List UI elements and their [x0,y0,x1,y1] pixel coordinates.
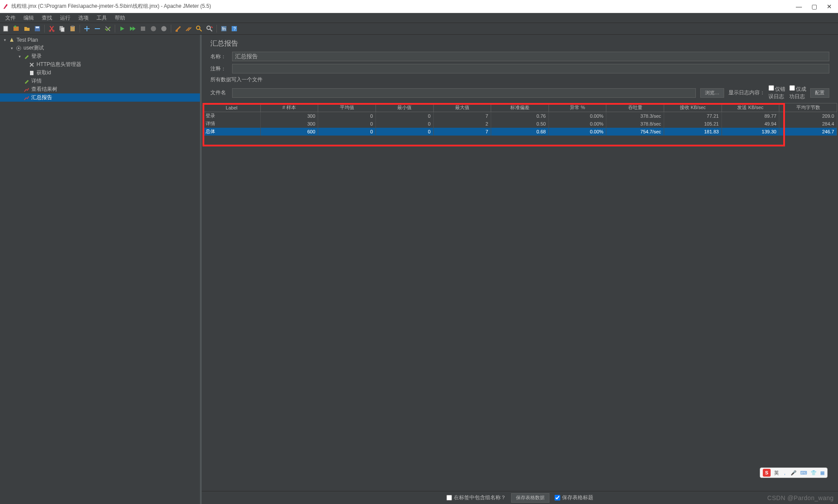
filename-field[interactable] [232,88,696,98]
chart-icon [23,95,30,101]
ok-only-checkbox[interactable]: 仅成功日志 [789,85,807,100]
tree-root[interactable]: ▾ Test Plan [0,36,200,44]
tree-item-usertest[interactable]: ▾ user测试 [0,44,200,52]
toggle-icon[interactable] [103,24,112,33]
clear-icon[interactable] [174,24,183,33]
menu-file[interactable]: 文件 [2,13,19,23]
main-panel: 汇总报告 名称： 注释： 所有数据写入一个文件 文件名 浏览… 显示日志内容： [202,35,838,504]
col-sent[interactable]: 发送 KB/sec [722,103,779,112]
close-button[interactable]: ✕ [827,3,832,10]
ime-widget[interactable]: S 英 ， 🎤 ⌨ 👕 ▦ [760,468,828,478]
svg-rect-2 [14,26,16,27]
pencil-icon [23,53,30,60]
col-avgbytes[interactable]: 平均字节数 [779,103,837,112]
col-error[interactable]: 异常 % [549,103,606,112]
mic-icon[interactable]: 🎤 [791,470,797,476]
tree-panel: ▾ Test Plan ▾ user测试 ▾ 登录 HTTP信息头管理器 [0,35,202,504]
save-header-checkbox[interactable]: 保存表格标题 [555,494,593,501]
svg-point-16 [207,26,210,30]
search-icon[interactable] [195,24,203,33]
menu-run[interactable]: 运行 [57,13,74,23]
tree-root-label: Test Plan [17,37,38,43]
menu-options[interactable]: 选项 [75,13,92,23]
reset-search-icon[interactable] [205,24,214,33]
titlebar: 线程组.jmx (C:\Program Files\apache-jmeter-… [0,0,838,13]
name-field[interactable] [232,52,829,61]
err-only-checkbox[interactable]: 仅错误日志 [768,85,786,100]
svg-text:fn: fn [222,27,226,31]
skin-icon[interactable]: 👕 [811,470,817,476]
config-button[interactable]: 配置 [810,88,829,98]
tree-item-getid[interactable]: 获取id [0,69,200,77]
tree-item-resulttree[interactable]: 查看结果树 [0,85,200,93]
clear-all-icon[interactable] [184,24,193,33]
collapse-icon[interactable] [93,24,102,33]
menu-help[interactable]: 帮助 [111,13,129,23]
col-max[interactable]: 最大值 [433,103,491,112]
templates-icon[interactable] [12,24,21,33]
tree-item-summary[interactable]: 汇总报告 [0,93,200,102]
col-samples[interactable]: # 样本 [260,103,318,112]
start-icon[interactable] [118,24,126,33]
new-icon[interactable] [2,24,10,33]
window-title: 线程组.jmx (C:\Program Files\apache-jmeter-… [11,3,796,10]
browse-button[interactable]: 浏览… [700,88,724,98]
chart-icon [23,86,30,93]
menu-edit[interactable]: 编辑 [20,13,37,23]
col-min[interactable]: 最小值 [376,103,433,112]
ime-lang[interactable]: 英 [774,470,779,476]
tree-item-login[interactable]: ▾ 登录 [0,52,200,60]
remote-stop-icon[interactable] [160,24,168,33]
maximize-button[interactable]: ▢ [811,3,817,10]
col-throughput[interactable]: 吞吐量 [606,103,664,112]
shutdown-icon[interactable] [149,24,158,33]
doc-icon [29,70,35,76]
svg-text:?: ? [233,27,236,31]
menubar: 文件 编辑 查找 运行 选项 工具 帮助 [0,13,838,23]
svg-rect-14 [176,30,178,32]
include-group-checkbox[interactable]: 在标签中包含组名称？ [446,494,506,501]
ime-comma[interactable]: ， [782,470,787,476]
col-recv[interactable]: 接收 KB/sec [664,103,722,112]
stop-icon[interactable] [139,24,147,33]
copy-icon[interactable] [58,24,67,33]
keyboard-icon[interactable]: ⌨ [800,470,807,476]
col-stddev[interactable]: 标准偏差 [491,103,549,112]
menu-tools[interactable]: 工具 [93,13,110,23]
paste-icon[interactable] [68,24,77,33]
minimize-button[interactable]: — [796,3,802,10]
col-label[interactable]: Label [203,103,261,112]
help-icon[interactable]: ? [230,24,239,33]
start-no-pause-icon[interactable] [128,24,137,33]
table-row[interactable]: 总体6000070.680.00%754.7/sec181.83139.3024… [203,128,837,136]
save-icon[interactable] [33,24,42,33]
watermark: CSDN @Pardon_wang [767,494,834,501]
log-label: 显示日志内容： [728,89,765,96]
x-icon [29,62,35,68]
app-icon [3,3,9,10]
function-icon[interactable]: fn [219,24,228,33]
col-avg[interactable]: 平均值 [318,103,376,112]
table-row[interactable]: 登录3000070.760.00%378.3/sec77.2189.77209.… [203,112,837,120]
open-icon[interactable] [23,24,31,33]
comment-label: 注释： [210,65,228,73]
grid-icon[interactable]: ▦ [820,470,825,476]
menu-search[interactable]: 查找 [38,13,56,23]
comment-field[interactable] [232,64,829,73]
file-label: 文件名 [210,89,228,96]
svg-rect-11 [141,27,145,31]
tree-item-http-header[interactable]: HTTP信息头管理器 [0,60,200,69]
summary-table[interactable]: Label # 样本 平均值 最小值 最大值 标准偏差 异常 % 吞吐量 接收 … [203,103,837,136]
table-row[interactable]: 详情3000020.500.00%378.8/sec105.2149.94284… [203,120,837,128]
expand-icon[interactable] [83,24,91,33]
panel-title: 汇总报告 [210,39,829,48]
toolbar: fn ? [0,23,838,35]
cut-icon[interactable] [47,24,56,33]
svg-rect-10 [71,26,74,27]
svg-rect-8 [61,27,64,32]
save-table-data-button[interactable]: 保存表格数据 [511,493,549,503]
tree-item-detail[interactable]: 详情 [0,77,200,85]
bottom-bar: 在标签中包含组名称？ 保存表格数据 保存表格标题 [202,491,838,504]
svg-point-13 [161,26,166,31]
svg-point-22 [18,47,20,49]
